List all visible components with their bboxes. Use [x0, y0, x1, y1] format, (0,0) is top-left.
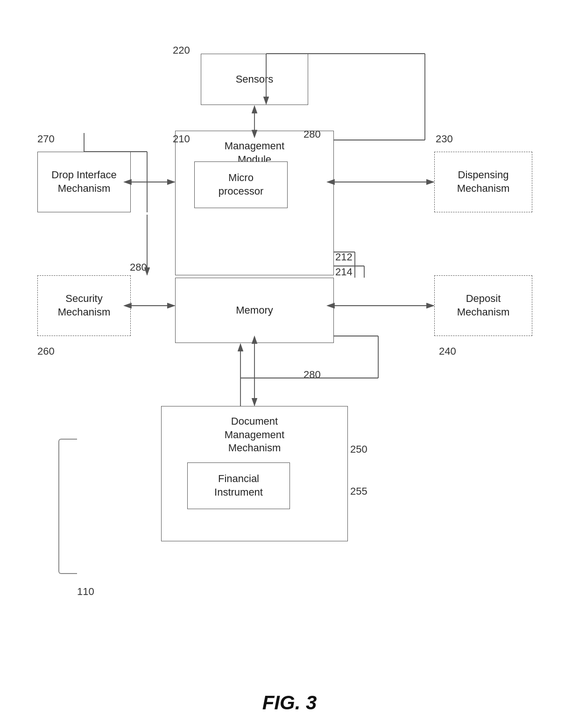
label-210: 210 — [173, 133, 190, 145]
diagram-container: Sensors ManagementModule Microprocessor … — [28, 28, 551, 672]
arrows-svg — [28, 28, 551, 672]
deposit-label: DepositMechanism — [457, 292, 509, 319]
label-255: 255 — [350, 485, 367, 497]
label-250: 250 — [350, 443, 367, 455]
dispensing-label: DispensingMechanism — [457, 168, 509, 195]
management-module-box: ManagementModule Microprocessor — [175, 131, 334, 275]
security-label: SecurityMechanism — [58, 292, 110, 319]
sensors-label: Sensors — [236, 73, 274, 86]
microprocessor-box: Microprocessor — [194, 161, 288, 208]
drop-interface-box: Drop InterfaceMechanism — [37, 152, 131, 212]
document-management-outer-label: DocumentManagementMechanism — [162, 415, 347, 455]
label-280b: 280 — [130, 261, 147, 273]
document-management-box: DocumentManagementMechanism FinancialIns… — [161, 406, 348, 541]
memory-label: Memory — [236, 304, 273, 317]
label-240: 240 — [439, 345, 456, 357]
deposit-box: DepositMechanism — [434, 275, 532, 336]
figure-label: FIG. 3 — [262, 692, 317, 714]
sensors-box: Sensors — [201, 54, 308, 105]
financial-instrument-box: FinancialInstrument — [187, 462, 290, 509]
label-260: 260 — [37, 345, 55, 357]
label-230: 230 — [436, 133, 453, 145]
dispensing-box: DispensingMechanism — [434, 152, 532, 212]
bracket-110 — [58, 439, 77, 574]
label-214: 214 — [335, 266, 353, 278]
microprocessor-label: Microprocessor — [219, 171, 264, 198]
label-280c: 280 — [304, 369, 321, 381]
label-270: 270 — [37, 133, 55, 145]
label-220: 220 — [173, 44, 190, 56]
security-box: SecurityMechanism — [37, 275, 131, 336]
memory-box: Memory — [175, 278, 334, 343]
financial-instrument-label: FinancialInstrument — [214, 472, 263, 499]
label-280a: 280 — [304, 128, 321, 140]
drop-interface-label: Drop InterfaceMechanism — [51, 168, 116, 195]
label-212: 212 — [335, 251, 353, 263]
label-110: 110 — [77, 586, 94, 598]
